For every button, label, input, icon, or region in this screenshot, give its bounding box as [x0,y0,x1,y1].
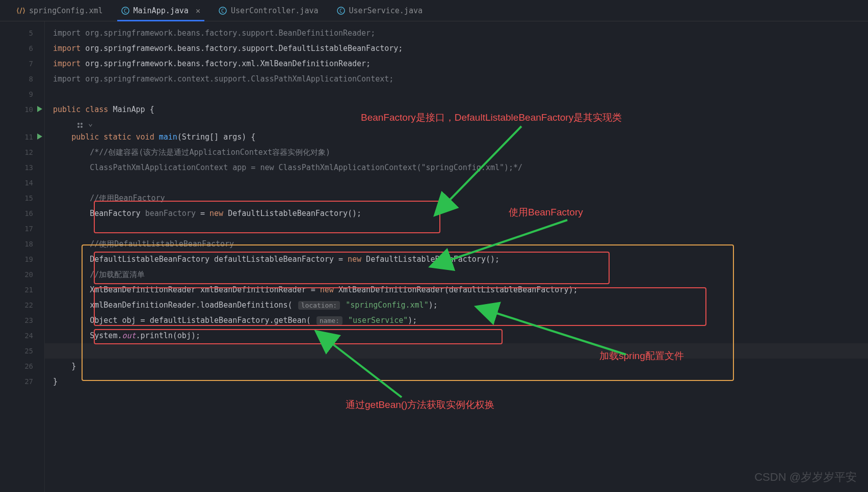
line-gutter: 5 6 7 8 9 10 11 12 13 14 15 16 17 18 19 … [0,21,45,492]
line-number: 15 [0,190,44,206]
line-number: 11 [0,129,44,145]
svg-point-7 [81,123,83,125]
annotation-text: BeanFactory是接口，DefaultListableBeanFactor… [361,111,622,124]
svg-point-8 [77,126,80,128]
tab-usercontroller[interactable]: C UserController.java [209,0,328,21]
svg-point-9 [81,126,83,128]
run-gutter-icon[interactable] [37,133,42,140]
parameter-hint: location: [298,301,340,310]
tab-userservice[interactable]: C UserService.java [328,0,432,21]
line-number: 6 [0,41,44,56]
line-number: 20 [0,267,44,282]
watermark: CSDN @岁岁岁平安 [754,470,857,485]
line-number: 10 [0,102,44,117]
editor-tabs: springConfig.xml C MainApp.java ✕ C User… [0,0,868,21]
class-file-icon: C [121,7,129,15]
line-number: 13 [0,160,44,175]
line-number: 27 [0,374,44,389]
line-number: 9 [0,87,44,102]
code-area[interactable]: import org.springframework.beans.factory… [45,21,868,492]
svg-point-6 [77,123,80,125]
usages-icon[interactable] [76,120,84,127]
inlay-gutter [0,117,44,129]
line-number: 21 [0,282,44,297]
xml-file-icon [17,7,25,15]
line-number: 17 [0,221,44,236]
line-number: 12 [0,145,44,160]
class-file-icon: C [337,7,345,15]
line-number: 5 [0,25,44,41]
annotation-text: 通过getBean()方法获取实例化权换 [346,398,494,412]
tab-label: springConfig.xml [29,6,103,15]
parameter-hint: name: [317,316,343,325]
line-number: 14 [0,175,44,190]
annotation-text: 使用BeanFactory [509,206,583,219]
line-number: 19 [0,252,44,267]
svg-text:C: C [339,8,342,14]
tab-label: UserController.java [231,6,319,15]
svg-text:C: C [123,8,126,14]
line-number: 26 [0,359,44,374]
tab-label: MainApp.java [134,6,189,15]
line-number: 23 [0,313,44,328]
line-number: 22 [0,297,44,313]
line-number: 7 [0,56,44,71]
line-number: 8 [0,71,44,87]
line-number: 18 [0,236,44,252]
tab-label: UserService.java [349,6,423,15]
line-number: 25 [0,343,44,359]
annotation-text: 加载spring配置文件 [599,349,684,363]
close-icon[interactable]: ✕ [196,6,200,15]
line-number: 16 [0,206,44,221]
line-number: 24 [0,328,44,343]
editor-body: 5 6 7 8 9 10 11 12 13 14 15 16 17 18 19 … [0,21,868,492]
class-file-icon: C [219,7,227,15]
svg-text:C: C [221,8,224,14]
tab-mainapp[interactable]: C MainApp.java ✕ [112,0,209,21]
chevron-down-icon[interactable]: ⌄ [88,119,93,128]
run-gutter-icon[interactable] [37,106,42,112]
tab-springconfig[interactable]: springConfig.xml [8,0,112,21]
